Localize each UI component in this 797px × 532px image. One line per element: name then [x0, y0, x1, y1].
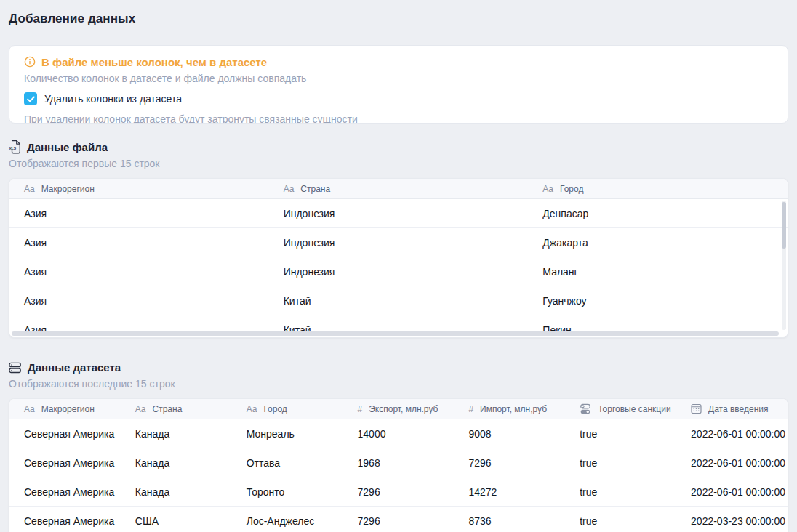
warning-subtitle: Количество колонок в датасете и файле до… — [24, 71, 773, 86]
column-label: Экспорт, млн.руб — [369, 404, 438, 414]
dataset-data-section: Данные датасета Отображаются последние 1… — [9, 360, 788, 532]
table-row: Северная АмерикаКанадаТоронто729614272tr… — [9, 477, 788, 507]
dataset-data-table: AaМакрорегионAaСтранаAaГород#Экспорт, мл… — [9, 398, 788, 532]
column-label: Страна — [153, 404, 183, 414]
column-label: Город — [263, 404, 287, 414]
boolean-type-icon — [580, 403, 591, 415]
table-cell: Оттава — [232, 457, 343, 469]
dataset-section-title: Данные датасета — [28, 360, 121, 375]
table-cell: true — [565, 515, 676, 527]
table-cell: Северная Америка — [9, 486, 121, 498]
file-data-table: AaМакрорегионAaСтранаAaГород АзияИндонез… — [9, 178, 788, 338]
table-cell: Канада — [121, 457, 232, 469]
column-label: Страна — [300, 184, 330, 194]
table-cell: true — [565, 486, 676, 498]
table-cell: Индонезия — [269, 237, 529, 249]
page-title: Добавление данных — [9, 10, 788, 28]
table-cell: Канада — [121, 486, 232, 498]
table-row: Северная АмерикаКанадаМонреаль140009008t… — [9, 419, 788, 448]
check-icon — [27, 96, 35, 102]
delete-columns-checkbox-row[interactable]: Удалить колонки из датасета — [24, 92, 773, 106]
column-header: AaСтрана — [269, 184, 529, 194]
table-cell: Индонезия — [269, 266, 529, 278]
number-type-icon: # — [358, 405, 363, 414]
warning-panel: В файле меньше колонок, чем в датасете К… — [9, 45, 788, 124]
column-label: Город — [560, 184, 583, 194]
database-icon — [9, 362, 22, 374]
column-label: Импорт, млн,руб — [480, 404, 547, 414]
table-cell: 7296 — [454, 457, 565, 469]
vertical-scrollbar[interactable] — [782, 201, 786, 330]
table-cell: Индонезия — [269, 208, 529, 219]
table-cell: Гуанчжоу — [528, 295, 788, 307]
delete-columns-checkbox-label: Удалить колонки из датасета — [44, 93, 182, 105]
table-cell: Азия — [9, 266, 269, 278]
table-row: АзияКитайГуанчжоу — [9, 286, 788, 315]
text-type-icon: Aa — [542, 185, 553, 193]
table-cell: 2022-06-01 00:00:00 — [676, 457, 788, 469]
table-cell: true — [565, 428, 676, 440]
column-header: AaГород — [232, 404, 343, 414]
text-type-icon: Aa — [284, 185, 295, 193]
table-cell: Азия — [9, 237, 269, 249]
column-label: Дата введения — [708, 404, 768, 414]
column-header: Торговые санкции — [565, 403, 676, 415]
table-cell: Азия — [9, 208, 269, 219]
dataset-section-subtitle: Отображаются последние 15 строк — [9, 376, 788, 391]
table-cell: Северная Америка — [9, 457, 121, 469]
column-header: Дата введения — [676, 403, 788, 414]
xls-file-icon: XLS — [9, 140, 21, 155]
file-section-title: Данные файла — [27, 140, 108, 155]
table-cell: Торонто — [232, 486, 343, 498]
table-cell: Китай — [269, 295, 529, 307]
table-cell: Канада — [121, 428, 232, 440]
date-type-icon — [691, 403, 702, 414]
table-cell: США — [121, 515, 232, 527]
table-cell: 2022-06-01 00:00:00 — [676, 428, 788, 440]
table-row: Северная АмерикаСШАЛос-Анджелес72968736t… — [9, 507, 788, 532]
table-header-row: AaМакрорегионAaСтранаAaГород#Экспорт, мл… — [9, 399, 788, 419]
warning-title: В файле меньше колонок, чем в датасете — [41, 56, 267, 68]
column-header: AaМакрорегион — [9, 404, 121, 414]
column-header: AaГород — [528, 184, 788, 194]
table-cell: 7296 — [343, 515, 454, 527]
table-cell: 1968 — [343, 457, 454, 469]
page: Добавление данных В файле меньше колонок… — [0, 10, 797, 532]
column-label: Макрорегион — [41, 404, 95, 414]
column-label: Макрорегион — [41, 184, 95, 194]
table-cell: Монреаль — [232, 428, 343, 440]
column-header: #Импорт, млн,руб — [454, 404, 565, 414]
file-section-subtitle: Отображаются первые 15 строк — [9, 156, 788, 171]
column-label: Торговые санкции — [598, 404, 670, 414]
vertical-scrollbar-thumb[interactable] — [782, 202, 786, 249]
file-data-section: XLS Данные файла Отображаются первые 15 … — [9, 140, 788, 338]
column-header: AaМакрорегион — [9, 184, 269, 194]
table-cell: 9008 — [454, 428, 565, 440]
table-cell: Джакарта — [528, 237, 788, 249]
warning-note: При удалении колонок датасета будут затр… — [24, 112, 773, 124]
table-cell: Денпасар — [528, 208, 788, 219]
table-cell: 14000 — [343, 428, 454, 440]
text-type-icon: Aa — [247, 405, 257, 414]
table-cell: Маланг — [528, 266, 788, 278]
column-header: #Экспорт, млн.руб — [343, 404, 454, 414]
table-cell: true — [565, 457, 676, 469]
svg-text:XLS: XLS — [9, 146, 16, 150]
table-header-row: AaМакрорегионAaСтранаAaГород — [9, 179, 788, 199]
table-cell: Северная Америка — [9, 515, 121, 527]
table-row: АзияИндонезияДенпасар — [9, 199, 788, 228]
table-row: АзияИндонезияМаланг — [9, 257, 788, 286]
text-type-icon: Aa — [24, 405, 35, 414]
delete-columns-checkbox[interactable] — [24, 92, 37, 105]
text-type-icon: Aa — [24, 185, 35, 193]
number-type-icon: # — [468, 405, 473, 414]
table-cell: 14272 — [454, 486, 565, 498]
table-cell: 2022-03-23 00:00:00 — [676, 515, 788, 527]
horizontal-scrollbar[interactable] — [12, 331, 779, 336]
column-header: AaСтрана — [121, 404, 232, 414]
table-row: АзияИндонезияДжакарта — [9, 228, 788, 257]
table-cell: 8736 — [454, 515, 565, 527]
table-cell: Азия — [9, 295, 269, 307]
table-cell: 7296 — [343, 486, 454, 498]
table-cell: 2022-06-01 00:00:00 — [676, 486, 788, 498]
